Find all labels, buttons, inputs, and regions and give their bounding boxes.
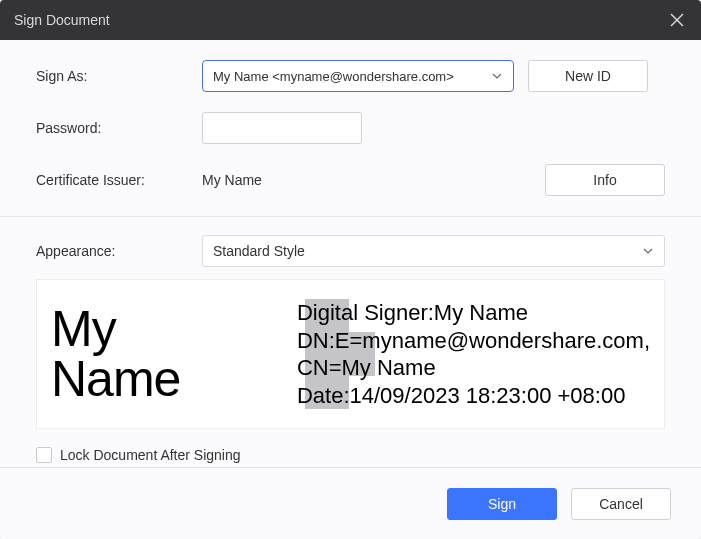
lock-checkbox[interactable]: [36, 447, 52, 463]
close-icon[interactable]: [667, 10, 687, 30]
issuer-value: My Name: [202, 172, 531, 188]
preview-line-signer: Digital Signer:My Name: [297, 299, 650, 327]
sign-as-value: My Name <myname@wondershare.com>: [213, 69, 454, 84]
preview-line-dn: DN:E=myname@wondershare.com, CN=My Name: [297, 327, 650, 382]
signature-preview: My Name Digital Signer:My Name DN:E=myna…: [36, 279, 665, 429]
row-sign-as: Sign As: My Name <myname@wondershare.com…: [36, 60, 665, 92]
cancel-button[interactable]: Cancel: [571, 488, 671, 520]
dialog-content: Sign As: My Name <myname@wondershare.com…: [0, 40, 701, 539]
chevron-down-icon: [642, 245, 654, 257]
preview-line-date: Date:14/09/2023 18:23:00 +08:00: [297, 382, 650, 410]
row-password: Password:: [36, 112, 665, 144]
appearance-label: Appearance:: [36, 243, 202, 259]
row-lock: Lock Document After Signing: [36, 447, 665, 463]
info-button[interactable]: Info: [545, 164, 665, 196]
issuer-label: Certificate Issuer:: [36, 172, 202, 188]
sign-document-dialog: Sign Document Sign As: My Name <myname@w…: [0, 0, 701, 539]
lock-label: Lock Document After Signing: [60, 447, 241, 463]
preview-details: Digital Signer:My Name DN:E=myname@wonde…: [255, 299, 650, 409]
titlebar: Sign Document: [0, 0, 701, 40]
appearance-value: Standard Style: [213, 243, 305, 259]
row-appearance: Appearance: Standard Style: [36, 235, 665, 267]
sign-button[interactable]: Sign: [447, 488, 557, 520]
sign-as-dropdown[interactable]: My Name <myname@wondershare.com>: [202, 60, 514, 92]
password-label: Password:: [36, 120, 202, 136]
sign-as-label: Sign As:: [36, 68, 202, 84]
divider: [0, 216, 701, 217]
preview-name: My Name: [51, 304, 255, 404]
password-input[interactable]: [202, 112, 362, 144]
appearance-dropdown[interactable]: Standard Style: [202, 235, 665, 267]
new-id-button[interactable]: New ID: [528, 60, 648, 92]
dialog-footer: Sign Cancel: [0, 467, 701, 539]
row-issuer: Certificate Issuer: My Name Info: [36, 164, 665, 196]
dialog-title: Sign Document: [14, 12, 110, 28]
chevron-down-icon: [491, 70, 503, 82]
